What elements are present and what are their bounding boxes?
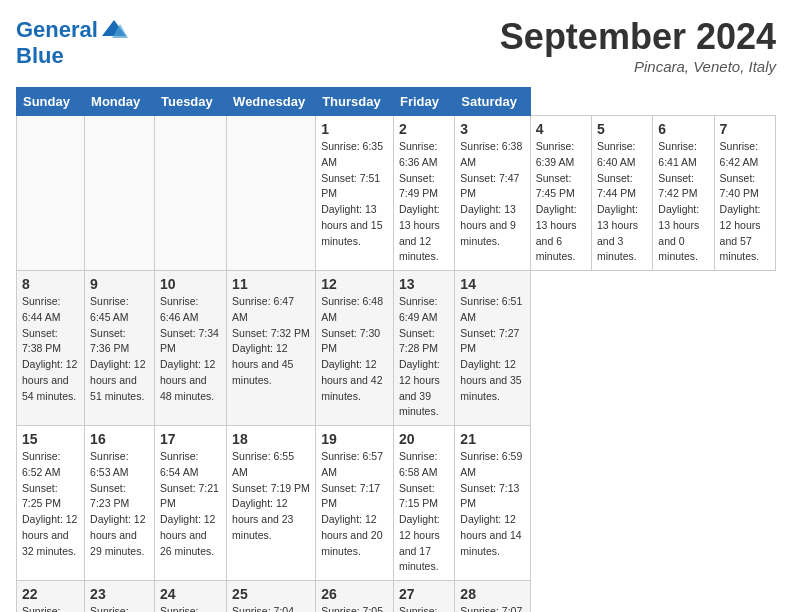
day-number: 22 bbox=[22, 586, 79, 602]
day-info: Sunrise: 6:35 AMSunset: 7:51 PMDaylight:… bbox=[321, 139, 388, 249]
calendar-day-cell: 17Sunrise: 6:54 AMSunset: 7:21 PMDayligh… bbox=[154, 426, 226, 581]
day-number: 19 bbox=[321, 431, 388, 447]
page-header: General Blue September 2024 Pincara, Ven… bbox=[16, 16, 776, 75]
day-info: Sunrise: 6:57 AMSunset: 7:17 PMDaylight:… bbox=[321, 449, 388, 559]
day-info: Sunrise: 7:05 AMSunset: 7:04 PMDaylight:… bbox=[321, 604, 388, 612]
day-number: 6 bbox=[658, 121, 708, 137]
calendar-day-cell: 12Sunrise: 6:48 AMSunset: 7:30 PMDayligh… bbox=[316, 271, 394, 426]
day-info: Sunrise: 7:00 AMSunset: 7:11 PMDaylight:… bbox=[22, 604, 79, 612]
month-title: September 2024 bbox=[500, 16, 776, 58]
calendar-empty-cell bbox=[85, 116, 155, 271]
day-info: Sunrise: 6:55 AMSunset: 7:19 PMDaylight:… bbox=[232, 449, 310, 544]
day-info: Sunrise: 6:44 AMSunset: 7:38 PMDaylight:… bbox=[22, 294, 79, 404]
day-info: Sunrise: 7:04 AMSunset: 7:06 PMDaylight:… bbox=[232, 604, 310, 612]
day-number: 4 bbox=[536, 121, 586, 137]
calendar-day-cell: 20Sunrise: 6:58 AMSunset: 7:15 PMDayligh… bbox=[393, 426, 454, 581]
day-number: 17 bbox=[160, 431, 221, 447]
calendar-day-cell: 15Sunrise: 6:52 AMSunset: 7:25 PMDayligh… bbox=[17, 426, 85, 581]
logo: General Blue bbox=[16, 16, 128, 68]
calendar-day-cell: 18Sunrise: 6:55 AMSunset: 7:19 PMDayligh… bbox=[227, 426, 316, 581]
day-number: 15 bbox=[22, 431, 79, 447]
calendar-day-cell: 11Sunrise: 6:47 AMSunset: 7:32 PMDayligh… bbox=[227, 271, 316, 426]
day-number: 1 bbox=[321, 121, 388, 137]
day-info: Sunrise: 7:06 AMSunset: 7:02 PMDaylight:… bbox=[399, 604, 449, 612]
logo-icon bbox=[100, 16, 128, 44]
header-friday: Friday bbox=[393, 88, 454, 116]
calendar-day-cell: 2Sunrise: 6:36 AMSunset: 7:49 PMDaylight… bbox=[393, 116, 454, 271]
day-info: Sunrise: 6:49 AMSunset: 7:28 PMDaylight:… bbox=[399, 294, 449, 420]
day-number: 2 bbox=[399, 121, 449, 137]
day-number: 28 bbox=[460, 586, 524, 602]
calendar-day-cell: 8Sunrise: 6:44 AMSunset: 7:38 PMDaylight… bbox=[17, 271, 85, 426]
calendar-day-cell: 16Sunrise: 6:53 AMSunset: 7:23 PMDayligh… bbox=[85, 426, 155, 581]
calendar-day-cell: 14Sunrise: 6:51 AMSunset: 7:27 PMDayligh… bbox=[455, 271, 530, 426]
calendar-day-cell: 13Sunrise: 6:49 AMSunset: 7:28 PMDayligh… bbox=[393, 271, 454, 426]
day-number: 26 bbox=[321, 586, 388, 602]
logo-blue-text: Blue bbox=[16, 44, 128, 68]
day-info: Sunrise: 6:39 AMSunset: 7:45 PMDaylight:… bbox=[536, 139, 586, 265]
calendar-day-cell: 3Sunrise: 6:38 AMSunset: 7:47 PMDaylight… bbox=[455, 116, 530, 271]
day-number: 10 bbox=[160, 276, 221, 292]
day-info: Sunrise: 7:01 AMSunset: 7:09 PMDaylight:… bbox=[90, 604, 149, 612]
calendar-day-cell: 10Sunrise: 6:46 AMSunset: 7:34 PMDayligh… bbox=[154, 271, 226, 426]
day-info: Sunrise: 6:41 AMSunset: 7:42 PMDaylight:… bbox=[658, 139, 708, 265]
day-number: 3 bbox=[460, 121, 524, 137]
header-thursday: Thursday bbox=[316, 88, 394, 116]
day-info: Sunrise: 6:54 AMSunset: 7:21 PMDaylight:… bbox=[160, 449, 221, 559]
header-wednesday: Wednesday bbox=[227, 88, 316, 116]
calendar-day-cell: 6Sunrise: 6:41 AMSunset: 7:42 PMDaylight… bbox=[653, 116, 714, 271]
calendar-week-row: 1Sunrise: 6:35 AMSunset: 7:51 PMDaylight… bbox=[17, 116, 776, 271]
calendar-day-cell: 5Sunrise: 6:40 AMSunset: 7:44 PMDaylight… bbox=[592, 116, 653, 271]
calendar-day-cell: 28Sunrise: 7:07 AMSunset: 7:00 PMDayligh… bbox=[455, 581, 530, 613]
day-number: 8 bbox=[22, 276, 79, 292]
logo-text: General bbox=[16, 18, 98, 42]
calendar-day-cell: 21Sunrise: 6:59 AMSunset: 7:13 PMDayligh… bbox=[455, 426, 530, 581]
calendar-empty-cell bbox=[17, 116, 85, 271]
calendar-week-row: 15Sunrise: 6:52 AMSunset: 7:25 PMDayligh… bbox=[17, 426, 776, 581]
calendar-week-row: 8Sunrise: 6:44 AMSunset: 7:38 PMDaylight… bbox=[17, 271, 776, 426]
day-info: Sunrise: 6:53 AMSunset: 7:23 PMDaylight:… bbox=[90, 449, 149, 559]
calendar-day-cell: 1Sunrise: 6:35 AMSunset: 7:51 PMDaylight… bbox=[316, 116, 394, 271]
calendar-empty-cell bbox=[227, 116, 316, 271]
day-info: Sunrise: 6:42 AMSunset: 7:40 PMDaylight:… bbox=[720, 139, 770, 265]
day-info: Sunrise: 7:07 AMSunset: 7:00 PMDaylight:… bbox=[460, 604, 524, 612]
calendar-day-cell: 24Sunrise: 7:03 AMSunset: 7:07 PMDayligh… bbox=[154, 581, 226, 613]
day-number: 7 bbox=[720, 121, 770, 137]
day-number: 20 bbox=[399, 431, 449, 447]
day-info: Sunrise: 6:36 AMSunset: 7:49 PMDaylight:… bbox=[399, 139, 449, 265]
day-info: Sunrise: 6:51 AMSunset: 7:27 PMDaylight:… bbox=[460, 294, 524, 404]
day-number: 25 bbox=[232, 586, 310, 602]
day-number: 9 bbox=[90, 276, 149, 292]
header-monday: Monday bbox=[85, 88, 155, 116]
day-info: Sunrise: 6:40 AMSunset: 7:44 PMDaylight:… bbox=[597, 139, 647, 265]
calendar-day-cell: 23Sunrise: 7:01 AMSunset: 7:09 PMDayligh… bbox=[85, 581, 155, 613]
calendar-empty-cell bbox=[154, 116, 226, 271]
day-info: Sunrise: 7:03 AMSunset: 7:07 PMDaylight:… bbox=[160, 604, 221, 612]
calendar-day-cell: 4Sunrise: 6:39 AMSunset: 7:45 PMDaylight… bbox=[530, 116, 591, 271]
day-info: Sunrise: 6:59 AMSunset: 7:13 PMDaylight:… bbox=[460, 449, 524, 559]
day-number: 23 bbox=[90, 586, 149, 602]
day-number: 12 bbox=[321, 276, 388, 292]
header-tuesday: Tuesday bbox=[154, 88, 226, 116]
day-info: Sunrise: 6:45 AMSunset: 7:36 PMDaylight:… bbox=[90, 294, 149, 404]
calendar-day-cell: 22Sunrise: 7:00 AMSunset: 7:11 PMDayligh… bbox=[17, 581, 85, 613]
title-block: September 2024 Pincara, Veneto, Italy bbox=[500, 16, 776, 75]
day-info: Sunrise: 6:52 AMSunset: 7:25 PMDaylight:… bbox=[22, 449, 79, 559]
day-number: 5 bbox=[597, 121, 647, 137]
calendar-header-row: SundayMondayTuesdayWednesdayThursdayFrid… bbox=[17, 88, 776, 116]
calendar-week-row: 22Sunrise: 7:00 AMSunset: 7:11 PMDayligh… bbox=[17, 581, 776, 613]
day-number: 11 bbox=[232, 276, 310, 292]
day-info: Sunrise: 6:48 AMSunset: 7:30 PMDaylight:… bbox=[321, 294, 388, 404]
day-number: 24 bbox=[160, 586, 221, 602]
day-info: Sunrise: 6:58 AMSunset: 7:15 PMDaylight:… bbox=[399, 449, 449, 575]
calendar-day-cell: 25Sunrise: 7:04 AMSunset: 7:06 PMDayligh… bbox=[227, 581, 316, 613]
calendar-day-cell: 19Sunrise: 6:57 AMSunset: 7:17 PMDayligh… bbox=[316, 426, 394, 581]
calendar-day-cell: 27Sunrise: 7:06 AMSunset: 7:02 PMDayligh… bbox=[393, 581, 454, 613]
header-saturday: Saturday bbox=[455, 88, 530, 116]
day-number: 21 bbox=[460, 431, 524, 447]
calendar-day-cell: 26Sunrise: 7:05 AMSunset: 7:04 PMDayligh… bbox=[316, 581, 394, 613]
day-number: 16 bbox=[90, 431, 149, 447]
day-info: Sunrise: 6:47 AMSunset: 7:32 PMDaylight:… bbox=[232, 294, 310, 389]
calendar-table: SundayMondayTuesdayWednesdayThursdayFrid… bbox=[16, 87, 776, 612]
day-info: Sunrise: 6:46 AMSunset: 7:34 PMDaylight:… bbox=[160, 294, 221, 404]
